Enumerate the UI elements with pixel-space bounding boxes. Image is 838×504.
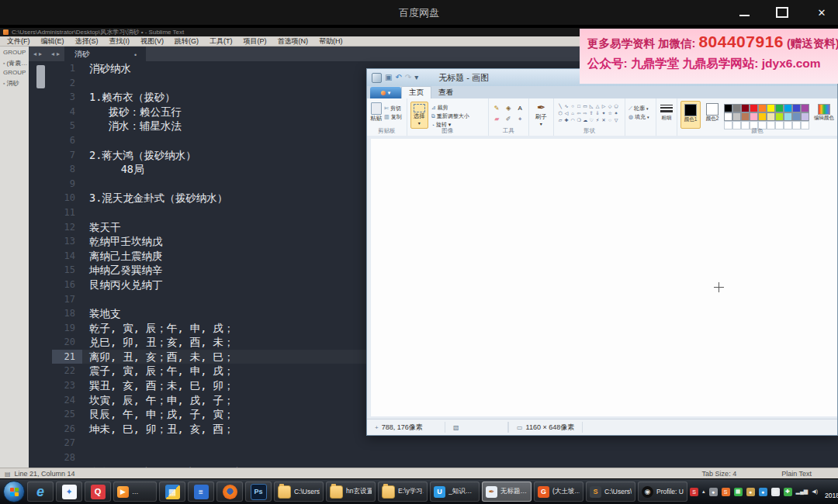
palette-swatch[interactable]	[775, 104, 784, 112]
cut-button[interactable]: ✄剪切	[384, 105, 402, 112]
palette-swatch[interactable]	[724, 104, 732, 112]
shape-icon[interactable]: ⚡	[594, 117, 601, 124]
size-button[interactable]: 粗细	[656, 105, 677, 122]
shape-icon[interactable]: ☆	[607, 110, 613, 117]
palette-swatch[interactable]	[724, 112, 732, 121]
pane1-tab-nav[interactable]: ◂ ▸	[29, 47, 47, 61]
copy-button[interactable]: ▥复制	[384, 113, 402, 121]
shape-icon[interactable]: ▱	[557, 117, 563, 124]
tray-show-hidden-icon[interactable]: ▴	[702, 488, 705, 496]
palette-swatch[interactable]	[801, 112, 809, 121]
shape-icon[interactable]: ☁	[582, 117, 588, 124]
tray-qq-icon[interactable]: ●	[759, 488, 767, 496]
tab-xiaosha[interactable]: 消砂 •	[64, 47, 146, 61]
palette-swatch[interactable]	[784, 104, 792, 112]
shape-icon[interactable]: ▽	[613, 117, 619, 124]
paste-button[interactable]: 粘贴	[370, 102, 382, 123]
redo-icon[interactable]: ↷	[405, 74, 411, 81]
tray-volume-icon[interactable]: ◀)	[812, 488, 818, 496]
shape-icon[interactable]: ◺	[588, 103, 594, 110]
minimize-button[interactable]	[739, 9, 750, 16]
taskbar-window-folder-users[interactable]: C:\Users\…	[274, 482, 324, 502]
sidebar-item-group[interactable]: GROUP	[0, 67, 29, 77]
brush-button[interactable]: ✒ 刷子 ▾	[529, 98, 554, 126]
edit-colors-button[interactable]: 编辑颜色	[811, 101, 837, 129]
taskbar-window-sublime[interactable]: SC:\Users\…	[586, 482, 635, 502]
palette-swatch[interactable]	[784, 112, 792, 121]
palette-swatch[interactable]	[758, 104, 767, 112]
menu-item[interactable]: 首选项(N)	[272, 36, 314, 47]
taskbar-firefox[interactable]	[216, 482, 243, 502]
taskbar-app-q[interactable]: Q	[85, 482, 111, 502]
sublime-sidebar[interactable]: GROUP▪(青囊…GROUP▪消砂	[0, 47, 29, 468]
shape-icon[interactable]: ◇	[607, 103, 613, 110]
undo-icon[interactable]: ↶	[395, 74, 401, 81]
palette-swatch[interactable]	[750, 112, 758, 121]
taskbar-ie[interactable]: e	[27, 482, 54, 502]
nav-right-icon[interactable]: ▸	[57, 50, 60, 57]
taskbar-photoshop[interactable]: Ps	[245, 482, 272, 502]
menu-item[interactable]: 文件(F)	[2, 36, 36, 47]
nav-left-icon[interactable]: ◂	[51, 50, 54, 57]
menu-item[interactable]: 帮助(H)	[313, 36, 348, 47]
color1-button[interactable]: 颜色1	[680, 101, 701, 129]
maximize-button[interactable]	[776, 7, 788, 18]
taskbar-window-u-app[interactable]: U_知识…	[430, 482, 480, 502]
tray-sogou-icon[interactable]: S	[722, 488, 730, 496]
taskbar-window-obs[interactable]: ◉Profile: U…	[638, 482, 687, 502]
text-tool-icon[interactable]: A	[514, 103, 525, 113]
nav-right-icon[interactable]: ▸	[39, 50, 42, 57]
taskbar-window-orange-app[interactable]: ▶…	[113, 482, 157, 502]
menu-item[interactable]: 选择(S)	[70, 36, 104, 47]
palette-swatch[interactable]	[750, 104, 758, 112]
shape-icon[interactable]: ✚	[563, 117, 570, 124]
taskbar-window-folder-hn[interactable]: hn玄设置…	[326, 482, 376, 502]
paint-canvas[interactable]	[371, 139, 837, 416]
shape-icon[interactable]: ◠	[570, 117, 576, 124]
palette-swatch[interactable]	[792, 112, 801, 121]
shape-icon[interactable]: ▭	[582, 103, 588, 110]
palette-swatch[interactable]	[758, 112, 767, 121]
palette-swatch[interactable]	[732, 104, 741, 112]
fill-tool-icon[interactable]: ◈	[503, 103, 514, 113]
qat-dropdown-icon[interactable]: ▾	[414, 74, 418, 81]
menu-item[interactable]: 项目(P)	[238, 36, 272, 47]
resize-button[interactable]: ⧉重新调整大小	[431, 112, 469, 120]
palette-swatch[interactable]	[767, 112, 775, 121]
palette-swatch[interactable]	[792, 104, 801, 112]
shape-icon[interactable]: ✦	[601, 110, 607, 117]
menu-item[interactable]: 跳转(G)	[169, 36, 204, 47]
tab-size-indicator[interactable]: Tab Size: 4	[702, 470, 737, 478]
menu-item[interactable]: 查找(I)	[104, 36, 136, 47]
tray-thunder-icon[interactable]: S	[690, 488, 698, 496]
shape-icon[interactable]: ⇩	[594, 110, 601, 117]
editor-line[interactable]: 27	[52, 436, 838, 450]
color2-button[interactable]: 颜色2	[703, 101, 722, 129]
syntax-indicator[interactable]: Plain Text	[781, 470, 812, 478]
shape-icon[interactable]: ✶	[613, 110, 619, 117]
palette-swatch[interactable]	[775, 112, 784, 121]
taskbar-app-white[interactable]: ✦	[56, 482, 82, 502]
sidebar-item-file[interactable]: ▪消砂	[0, 77, 29, 87]
shape-icon[interactable]: ◁	[563, 110, 570, 117]
tray-network-icon[interactable]: ▂▄▆	[796, 488, 809, 496]
pane2-tab-nav[interactable]: ◂ ▸	[47, 47, 64, 61]
taskbar-clock[interactable]: 21:18 2018/12/29	[820, 483, 838, 501]
paint-app-menu-button[interactable]: ▾	[370, 87, 401, 98]
shape-icon[interactable]: ❍	[576, 117, 582, 124]
palette-swatch[interactable]	[801, 104, 809, 112]
menu-item[interactable]: 视图(V)	[135, 36, 169, 47]
tray-green-app-icon[interactable]: ▦	[734, 488, 743, 496]
taskbar-app-blue-yellow[interactable]: ▦	[159, 482, 185, 502]
taskbar-app-notes[interactable]: ≡	[188, 482, 214, 502]
palette-swatch[interactable]	[767, 104, 775, 112]
tab-view[interactable]: 查看	[431, 87, 460, 98]
shape-icon[interactable]: ♡	[588, 117, 594, 124]
palette-swatch[interactable]	[741, 104, 750, 112]
nav-left-icon[interactable]: ◂	[33, 50, 36, 57]
shape-icon[interactable]: ◌	[607, 117, 613, 124]
taskbar-window-folder-study[interactable]: E:\y学习…	[378, 482, 428, 502]
tray-security-icon[interactable]: ✚	[784, 488, 792, 496]
taskbar-window-paint[interactable]: ✒无标题…	[482, 482, 532, 502]
eraser-tool-icon[interactable]: ▰	[491, 114, 502, 124]
